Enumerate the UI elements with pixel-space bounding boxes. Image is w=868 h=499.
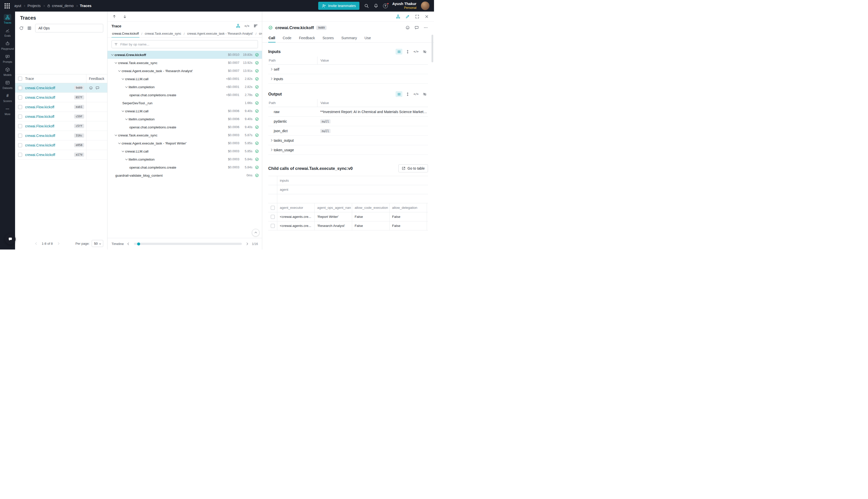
expand-rows-icon[interactable] bbox=[404, 91, 411, 97]
row-checkbox[interactable] bbox=[18, 114, 22, 119]
detail-tab[interactable]: Code bbox=[283, 34, 292, 42]
trace-row[interactable]: crewai.Crew.kickoff e058 bbox=[15, 141, 107, 150]
trace-tree-row[interactable]: openai.chat.completions.create $0.0003 5… bbox=[108, 163, 262, 171]
input-row[interactable]: inputs bbox=[268, 74, 428, 84]
next-call-button[interactable] bbox=[123, 14, 127, 19]
child-call-row[interactable]: <crewai.agents.cre... 'Report Writer' Fa… bbox=[268, 212, 428, 221]
trace-tree-row[interactable]: crewai.LLM.call <$0.0001 2.82s bbox=[108, 75, 262, 83]
output-row[interactable]: pydantic null bbox=[268, 117, 428, 126]
comment-icon[interactable] bbox=[414, 25, 419, 30]
comment-icon[interactable] bbox=[96, 86, 99, 90]
trace-column-header[interactable]: Trace bbox=[22, 77, 86, 81]
expand-chevron-icon[interactable] bbox=[270, 78, 272, 80]
trace-link[interactable]: crewai.Flow.kickoff bbox=[25, 114, 54, 119]
collapse-caret-icon[interactable] bbox=[124, 157, 128, 161]
prev-page-button[interactable] bbox=[34, 241, 39, 246]
trace-link[interactable]: crewai.Flow.kickoff bbox=[25, 105, 54, 109]
expand-chevron-icon[interactable] bbox=[270, 139, 272, 142]
avatar[interactable] bbox=[421, 1, 430, 10]
overflow-menu-icon[interactable] bbox=[423, 25, 428, 30]
flame-graph-icon[interactable] bbox=[253, 24, 258, 28]
trace-link[interactable]: crewai.Crew.kickoff bbox=[25, 153, 55, 157]
sidebar-item-more[interactable]: More bbox=[0, 106, 15, 115]
hide-values-icon[interactable] bbox=[421, 91, 428, 97]
prev-call-button[interactable] bbox=[112, 14, 116, 19]
op-filter-select[interactable]: All Ops bbox=[35, 24, 103, 33]
call-path-tab[interactable]: crewai.LLM.cal bbox=[253, 30, 262, 37]
call-path-tab[interactable]: crewai.Agent.execute_task - 'Research An… bbox=[182, 30, 253, 37]
collapse-caret-icon[interactable] bbox=[113, 133, 118, 137]
row-checkbox[interactable] bbox=[18, 96, 22, 99]
trace-tree-row[interactable]: litellm.completion <$0.0001 2.82s bbox=[108, 83, 262, 91]
feedback-column-header[interactable]: Feedback bbox=[86, 74, 107, 83]
code-view-icon[interactable] bbox=[413, 49, 419, 54]
sidebar-item-playground[interactable]: Playground bbox=[0, 40, 15, 50]
collapse-caret-icon[interactable] bbox=[117, 69, 122, 73]
trace-row[interactable]: crewai.Crew.kickoff 316c bbox=[15, 131, 107, 141]
output-row[interactable]: json_dict null bbox=[268, 126, 428, 136]
trace-tree-row[interactable]: crewai.Agent.execute_task - 'Research An… bbox=[108, 67, 262, 75]
trace-tree-row[interactable]: SerperDevTool._run 1.66s bbox=[108, 99, 262, 107]
trace-tree-row[interactable]: crewai.Task.execute_sync $0.0003 5.87s bbox=[108, 131, 262, 139]
collapse-caret-icon[interactable] bbox=[117, 141, 122, 145]
row-checkbox[interactable] bbox=[271, 215, 275, 219]
trace-row[interactable]: crewai.Flow.kickoff c59f bbox=[15, 112, 107, 121]
collapse-caret-icon[interactable] bbox=[113, 61, 118, 65]
trace-tree-row[interactable]: litellm.completion $0.0006 9.40s bbox=[108, 115, 262, 123]
row-checkbox[interactable] bbox=[18, 124, 22, 128]
trace-link[interactable]: crewai.Crew.kickoff bbox=[25, 96, 55, 99]
detail-tab[interactable]: Summary bbox=[341, 34, 357, 42]
trace-tree-row[interactable]: crewai.Task.execute_sync $0.0007 13.92s bbox=[108, 59, 262, 67]
sidebar-item-prompts[interactable]: Prompts bbox=[0, 53, 15, 63]
sidebar-item-evals[interactable]: Evals bbox=[0, 27, 15, 37]
expand-rows-icon[interactable] bbox=[404, 49, 411, 54]
grid-column-header[interactable]: allow_code_execution bbox=[352, 203, 389, 212]
row-checkbox[interactable] bbox=[18, 86, 22, 90]
code-view-icon[interactable] bbox=[413, 91, 419, 97]
per-page-select[interactable]: 50 bbox=[92, 240, 103, 247]
collapse-caret-icon[interactable] bbox=[121, 109, 125, 113]
detail-tab[interactable]: Feedback bbox=[299, 34, 315, 42]
list-view-icon[interactable] bbox=[396, 49, 402, 54]
row-checkbox[interactable] bbox=[18, 134, 22, 138]
smiley-icon[interactable] bbox=[89, 86, 93, 90]
collapse-caret-icon[interactable] bbox=[124, 117, 128, 121]
collapse-caret-icon[interactable] bbox=[121, 77, 125, 81]
timeline-prev-button[interactable] bbox=[127, 242, 131, 246]
row-checkbox[interactable] bbox=[18, 143, 22, 147]
next-page-button[interactable] bbox=[56, 241, 60, 246]
trace-row[interactable]: crewai.Flow.kickoff c5ff bbox=[15, 121, 107, 131]
detail-tab[interactable]: Use bbox=[364, 34, 371, 42]
call-path-tab[interactable]: crewai.Crew.kickoff bbox=[112, 30, 139, 37]
breadcrumb-project[interactable]: crewai_demo bbox=[47, 4, 74, 8]
scrollbar-thumb[interactable] bbox=[432, 35, 433, 62]
search-icon[interactable] bbox=[364, 3, 369, 8]
trace-tree-row[interactable]: guardrail-validate_blog_content 0ms bbox=[108, 171, 262, 179]
trace-tree-row[interactable]: openai.chat.completions.create $0.0006 9… bbox=[108, 123, 262, 131]
collapse-caret-icon[interactable] bbox=[110, 52, 114, 57]
select-all-checkbox[interactable] bbox=[18, 77, 22, 81]
call-path-tab[interactable]: crewai.Task.execute_sync bbox=[139, 30, 182, 37]
expand-chevron-icon[interactable] bbox=[270, 149, 272, 151]
grid-column-header[interactable]: agent_ops_agent_nan bbox=[315, 203, 352, 212]
trace-row[interactable]: crewai.Crew.kickoff 9d89 bbox=[15, 83, 107, 93]
output-row[interactable]: token_usage bbox=[268, 145, 428, 155]
trace-tree-row[interactable]: crewai.LLM.call $0.0006 9.40s bbox=[108, 107, 262, 115]
grid-column-header[interactable]: b bbox=[427, 203, 428, 212]
sidebar-item-scorers[interactable]: Scorers bbox=[0, 93, 15, 102]
trace-row[interactable]: crewai.Crew.kickoff 657f bbox=[15, 93, 107, 102]
timeline-slider-handle[interactable] bbox=[137, 242, 140, 245]
trace-link[interactable]: crewai.Crew.kickoff bbox=[25, 143, 55, 147]
timeline-slider[interactable] bbox=[134, 243, 242, 245]
collapse-caret-icon[interactable] bbox=[124, 85, 128, 89]
edit-pencil-icon[interactable] bbox=[405, 14, 410, 19]
child-call-row[interactable]: <crewai.agents.cre... 'Research Analyst'… bbox=[268, 221, 428, 230]
close-icon[interactable] bbox=[424, 14, 429, 19]
list-view-icon[interactable] bbox=[396, 91, 402, 97]
row-checkbox[interactable] bbox=[271, 224, 275, 228]
breadcrumb-projects[interactable]: Projects bbox=[27, 4, 40, 8]
detail-tab[interactable]: Call bbox=[268, 34, 275, 42]
trace-row[interactable]: crewai.Crew.kickoff a17d bbox=[15, 150, 107, 160]
breadcrumb-entity[interactable]: ayut bbox=[14, 4, 21, 8]
toggle-tree-icon[interactable] bbox=[396, 14, 400, 19]
